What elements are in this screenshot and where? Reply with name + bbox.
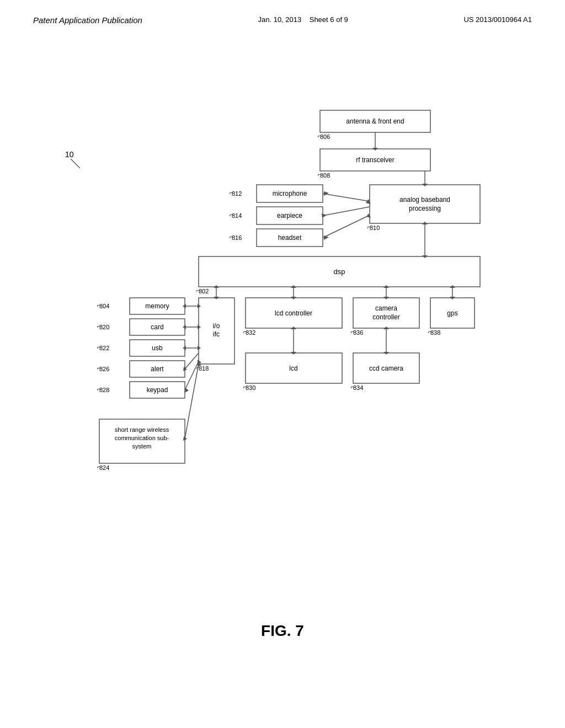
gps-label: gps [447, 309, 457, 317]
lcd-controller-ref: 832 [246, 329, 255, 336]
publication-label: Patent Application Publication [33, 15, 142, 25]
short-range-label2: communication sub- [115, 435, 169, 441]
gps-ref: 838 [430, 329, 440, 336]
memory-label: memory [145, 302, 169, 310]
svg-text:⌐: ⌐ [97, 344, 100, 350]
svg-marker-12 [324, 191, 329, 196]
svg-text:⌐: ⌐ [97, 302, 100, 308]
mic-ref: 812 [232, 190, 242, 197]
svg-text:⌐: ⌐ [367, 224, 371, 230]
patent-number: US 2013/0010964 A1 [463, 15, 532, 24]
short-range-label1: short range wireless [115, 426, 169, 433]
dsp-label: dsp [334, 267, 345, 276]
svg-text:⌐: ⌐ [97, 464, 100, 470]
antenna-ref: 806 [320, 133, 330, 140]
short-range-box [99, 419, 185, 463]
svg-text:⌐: ⌐ [243, 329, 247, 335]
rf-label: rf transceiver [356, 156, 394, 164]
diagram-label: 10 [65, 150, 74, 159]
short-range-label3: system [132, 443, 152, 449]
svg-text:⌐: ⌐ [230, 234, 233, 240]
lcd-controller-label: lcd controller [275, 309, 312, 317]
camera-controller-label1: camera [375, 304, 397, 312]
svg-text:⌐: ⌐ [196, 287, 200, 293]
io-ref: 818 [199, 365, 209, 372]
ccd-camera-label: ccd camera [369, 365, 403, 372]
headset-label: headset [278, 234, 302, 242]
header-sheet: Sheet 6 of 9 [310, 15, 348, 24]
svg-line-15 [323, 215, 370, 238]
ccd-camera-ref: 834 [353, 384, 363, 391]
svg-marker-14 [322, 213, 327, 218]
svg-line-13 [323, 207, 370, 216]
camera-controller-ref: 836 [353, 329, 363, 336]
analog-label1: analog baseband [399, 196, 450, 204]
headset-ref: 816 [232, 234, 242, 241]
camera-controller-label2: controller [372, 313, 399, 321]
lcd-label: lcd [289, 365, 297, 372]
memory-ref: 804 [99, 303, 109, 309]
page: Patent Application Publication Jan. 10, … [0, 0, 565, 728]
short-range-ref: 824 [99, 464, 109, 471]
svg-text:⌐: ⌐ [318, 172, 321, 178]
lcd-ref: 830 [246, 384, 255, 391]
analog-label2: processing [409, 205, 441, 212]
svg-text:⌐: ⌐ [318, 133, 321, 139]
svg-text:⌐: ⌐ [351, 384, 354, 390]
svg-text:⌐: ⌐ [230, 190, 233, 196]
header: Patent Application Publication Jan. 10, … [0, 0, 565, 25]
figure-label: FIG. 7 [261, 622, 304, 640]
io-label2: ifc [213, 330, 220, 338]
earpiece-label: earpiece [277, 212, 302, 220]
svg-text:⌐: ⌐ [243, 384, 247, 390]
microphone-label: microphone [273, 190, 307, 197]
antenna-label: antenna & front end [346, 117, 404, 125]
svg-line-10 [323, 194, 370, 201]
diagram: 10 antenna & front end 806 ⌐ rf transcei… [28, 99, 541, 607]
usb-label: usb [152, 344, 163, 352]
svg-text:⌐: ⌐ [351, 329, 354, 335]
analog-ref: 810 [370, 224, 380, 231]
earpiece-ref: 814 [232, 212, 242, 219]
alert-label: alert [151, 365, 164, 373]
header-date: Jan. 10, 2013 [258, 15, 301, 24]
svg-text:⌐: ⌐ [97, 386, 100, 392]
analog-box [370, 185, 480, 223]
header-center: Jan. 10, 2013 Sheet 6 of 9 [258, 15, 348, 24]
card-label: card [151, 323, 163, 331]
keypad-ref: 828 [99, 387, 109, 393]
dsp-ref: 802 [199, 288, 209, 295]
io-label1: i/o [213, 322, 220, 330]
svg-text:⌐: ⌐ [97, 323, 100, 329]
alert-ref: 826 [99, 366, 109, 372]
label-arrow [71, 159, 80, 168]
svg-text:⌐: ⌐ [230, 212, 233, 218]
svg-marker-41 [185, 388, 189, 393]
svg-text:⌐: ⌐ [97, 365, 100, 371]
usb-ref: 822 [99, 345, 109, 351]
card-ref: 820 [99, 324, 109, 330]
svg-text:⌐: ⌐ [428, 329, 431, 335]
rf-ref: 808 [320, 172, 330, 179]
keypad-label: keypad [147, 386, 168, 394]
